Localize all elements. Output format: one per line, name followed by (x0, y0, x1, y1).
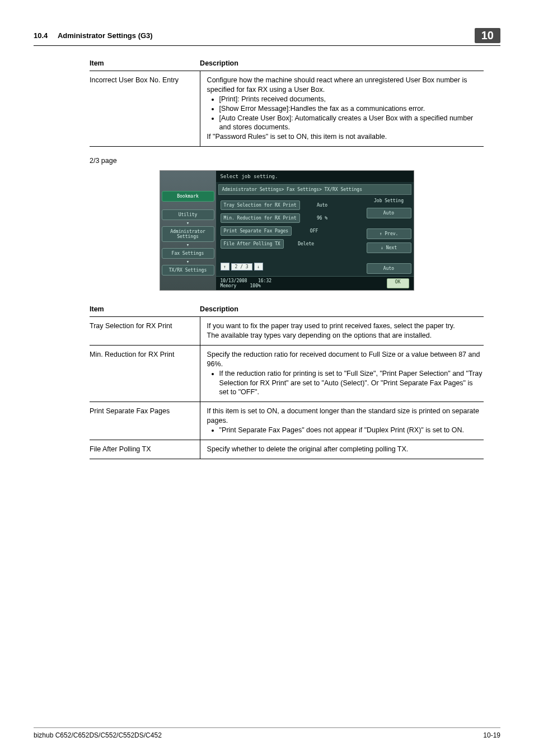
auto-button[interactable]: Auto (367, 208, 411, 218)
page-number: 2 / 3 (231, 263, 252, 270)
bullet: If the reduction ratio for printing is s… (219, 369, 484, 398)
table-row: Incorrect User Box No. Entry Configure h… (90, 71, 484, 147)
footer-page: 10-19 (483, 731, 500, 739)
col-desc: Description (200, 302, 484, 317)
utility-button[interactable]: Utility (162, 209, 214, 220)
item-cell: Tray Selection for RX Print (90, 317, 200, 346)
device-ui-screenshot: Bookmark Utility ▾ Administrator Setting… (160, 170, 414, 291)
table-row: Print Separate Fax Pages If this item is… (90, 402, 484, 440)
desc-intro: If you want to fix the paper tray used t… (207, 322, 455, 330)
setting-row: Min. Reduction for RX Print 96 % (221, 213, 362, 223)
page-footer: bizhub C652/C652DS/C552/C552DS/C452 10-1… (34, 727, 500, 739)
admin-settings-button[interactable]: Administrator Settings (162, 226, 214, 242)
page-header: 10.4 Administrator Settings (G3) 10 (34, 28, 500, 46)
desc-outro: The available tray types vary depending … (207, 332, 432, 339)
desc-outro: If "Password Rules" is set to ON, this i… (207, 133, 387, 141)
auto-button[interactable]: Auto (367, 263, 411, 274)
setting-value: 96 % (306, 216, 339, 221)
setting-row: Tray Selection for RX Print Auto (221, 200, 362, 210)
status-left: 10/13/2008 16:32 Memory 100% (221, 278, 272, 288)
prev-button[interactable]: ↑ Prev. (367, 228, 411, 239)
table-incorrect-user-box: Item Description Incorrect User Box No. … (90, 56, 484, 147)
chapter-badge: 10 (475, 28, 500, 43)
bookmark-button[interactable]: Bookmark (162, 191, 214, 202)
desc-intro: Configure how the machine should react w… (207, 76, 467, 94)
bullet-list: [Print]: Prints received documents, [Sho… (219, 95, 484, 133)
breadcrumb: Administrator Settings> Fax Settings> TX… (218, 184, 411, 195)
section-number: 10.4 (34, 31, 48, 40)
desc-intro: If this item is set to ON, a document lo… (207, 407, 479, 424)
status-bar: 10/13/2008 16:32 Memory 100% OK (216, 276, 414, 290)
bullet: "Print Separate Fax Pages" does not appe… (219, 426, 484, 435)
item-cell: Min. Reduction for RX Print (90, 345, 200, 402)
min-reduction-button[interactable]: Min. Reduction for RX Print (221, 213, 300, 223)
txrx-settings-button[interactable]: TX/RX Settings (162, 265, 214, 276)
bullet-list: "Print Separate Fax Pages" does not appe… (219, 426, 484, 435)
footer-model: bizhub C652/C652DS/C552/C552DS/C452 (34, 731, 162, 739)
page-up-button[interactable]: ↑ (221, 263, 229, 270)
table-txrx-settings: Item Description Tray Selection for RX P… (90, 302, 484, 459)
pager: ↑ 2 / 3 ↓ (221, 263, 362, 270)
setting-value: Delete (289, 241, 323, 246)
page-indicator: 2/3 page (90, 157, 484, 165)
memory-label: Memory (221, 283, 237, 288)
desc-cell: Specify the reduction ratio for received… (200, 345, 484, 402)
ok-button[interactable]: OK (387, 278, 409, 288)
item-cell: Print Separate Fax Pages (90, 402, 200, 440)
print-separate-button[interactable]: Print Separate Fax Pages (221, 226, 292, 236)
desc-intro: Specify the reduction ratio for received… (207, 351, 480, 368)
bullet-list: If the reduction ratio for printing is s… (219, 369, 484, 398)
bullet: [Print]: Prints received documents, (219, 95, 484, 104)
main-panel: Select job setting. Administrator Settin… (216, 171, 414, 290)
table-row: File After Polling TX Specify whether to… (90, 440, 484, 459)
side-panel: Job Setting Auto ↑ Prev. ↓ Next Auto (367, 197, 411, 274)
job-setting-label: Job Setting (367, 197, 411, 204)
desc-cell: If you want to fix the paper tray used t… (200, 317, 484, 346)
fax-settings-button[interactable]: Fax Settings (162, 248, 214, 259)
setting-row: Print Separate Fax Pages OFF (221, 226, 362, 236)
chevron-down-icon: ▾ (162, 260, 214, 263)
bullet: [Auto Create User Box]: Automatically cr… (219, 114, 484, 133)
desc-cell: Specify whether to delete the original a… (200, 440, 484, 459)
section-title: Administrator Settings (G3) (58, 31, 153, 40)
left-sidebar: Bookmark Utility ▾ Administrator Setting… (160, 171, 216, 290)
desc-intro: Specify whether to delete the original a… (207, 445, 409, 453)
setting-row: File After Polling TX Delete (221, 239, 362, 249)
chevron-down-icon: ▾ (162, 244, 214, 246)
header-title: 10.4 Administrator Settings (G3) (34, 31, 153, 40)
table-row: Min. Reduction for RX Print Specify the … (90, 345, 484, 402)
tray-selection-button[interactable]: Tray Selection for RX Print (221, 200, 300, 210)
memory-value: 100% (250, 283, 261, 288)
desc-cell: If this item is set to ON, a document lo… (200, 402, 484, 440)
col-item: Item (90, 302, 200, 317)
bullet: [Show Error Message]:Handles the fax as … (219, 104, 484, 114)
chevron-down-icon: ▾ (162, 222, 214, 225)
page-down-button[interactable]: ↓ (254, 263, 263, 270)
status-time: 16:32 (258, 278, 271, 283)
col-desc: Description (200, 56, 484, 71)
col-item: Item (90, 56, 200, 71)
table-row: Tray Selection for RX Print If you want … (90, 317, 484, 346)
settings-list: Tray Selection for RX Print Auto Min. Re… (218, 197, 364, 274)
setting-value: Auto (306, 203, 339, 208)
item-cell: File After Polling TX (90, 440, 200, 459)
item-cell: Incorrect User Box No. Entry (90, 71, 200, 147)
ui-title: Select job setting. (216, 171, 414, 182)
setting-value: OFF (297, 228, 331, 234)
desc-cell: Configure how the machine should react w… (200, 71, 484, 147)
next-button[interactable]: ↓ Next (367, 242, 411, 253)
file-after-polling-button[interactable]: File After Polling TX (221, 239, 284, 249)
status-date: 10/13/2008 (221, 278, 247, 283)
